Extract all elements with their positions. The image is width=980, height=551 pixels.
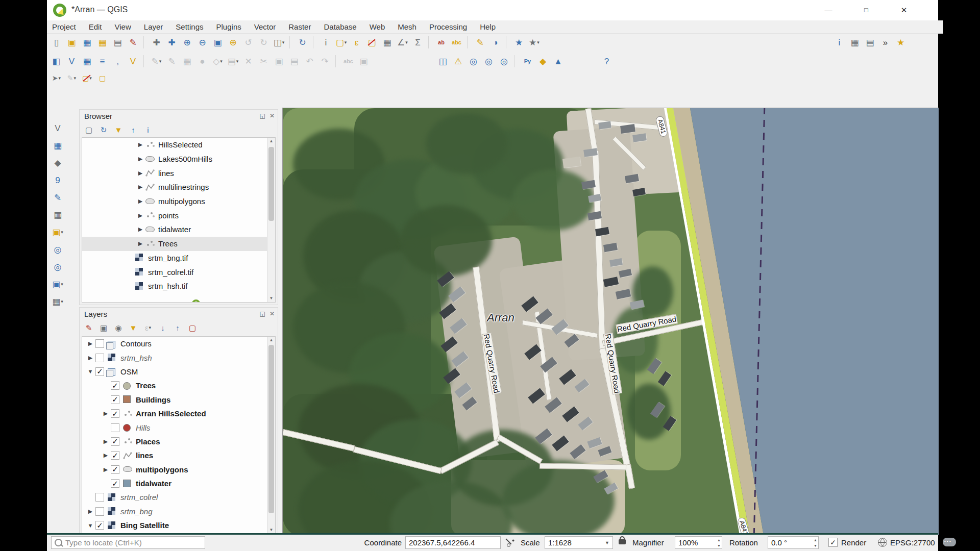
identify-features-icon[interactable]: i — [320, 36, 332, 49]
expand-arrow-icon[interactable]: ▶ — [101, 452, 111, 459]
collapse-all-icon[interactable]: ↑ — [128, 124, 139, 135]
layer-checkbox[interactable]: ✓ — [111, 437, 119, 446]
expand-arrow-icon[interactable]: ▼ — [85, 368, 95, 374]
menu-raster[interactable]: Raster — [288, 22, 311, 31]
browser-item-trees[interactable]: ▶Trees — [82, 237, 275, 251]
expand-arrow-icon[interactable]: ▶ — [101, 438, 111, 445]
scroll-up-icon[interactable]: ▲ — [267, 337, 275, 344]
lock-scale-icon[interactable] — [619, 539, 626, 544]
expand-arrow-icon[interactable]: ▶ — [85, 340, 95, 347]
render-checkbox[interactable]: ✓ — [828, 538, 838, 547]
zoom-to-selection-icon[interactable]: ⊕ — [227, 36, 239, 49]
browser-item-lines[interactable]: ▶lines — [82, 166, 275, 180]
browser-item-srtm-hsh-tif[interactable]: srtm_hsh.tif — [82, 279, 275, 293]
dropdown-arrow-icon[interactable]: ▾ — [59, 76, 61, 81]
cut-features-icon[interactable]: ✂ — [257, 55, 270, 68]
browser-float-icon[interactable]: ◱ — [260, 112, 265, 119]
highlight-features-icon[interactable]: ▢ — [96, 72, 109, 85]
dropdown-arrow-icon[interactable]: ▾ — [61, 230, 63, 235]
menu-web[interactable]: Web — [370, 22, 385, 31]
expand-arrow-icon[interactable]: ▶ — [135, 226, 145, 233]
layer-item-contours[interactable]: ▶Contours — [82, 337, 275, 350]
select-by-expression-icon[interactable]: ε — [350, 36, 363, 49]
scroll-thumb[interactable] — [268, 147, 274, 221]
delete-selected-icon[interactable]: ✕ — [242, 55, 255, 68]
toggle-editing-icon[interactable]: ✎ — [165, 55, 178, 68]
add-delimited-text-icon[interactable]: , — [111, 55, 124, 68]
label-abc-icon[interactable]: abc — [450, 36, 463, 49]
scale-input[interactable] — [548, 538, 605, 547]
expand-arrow-icon[interactable]: ▶ — [85, 508, 95, 515]
raster-calculator-icon[interactable]: ▦ — [848, 36, 861, 49]
pan-map-icon[interactable]: ✚ — [150, 36, 163, 49]
filter-by-expression-icon[interactable]: ε▾ — [142, 322, 154, 333]
layer-item-places[interactable]: ▶✓Places — [82, 435, 275, 448]
dropdown-arrow-icon[interactable]: ▾ — [74, 76, 77, 81]
messages-icon[interactable] — [943, 538, 956, 546]
expand-arrow-icon[interactable]: ▶ — [135, 141, 145, 148]
add-vector-layer-icon[interactable]: V — [65, 55, 78, 68]
layer-checkbox[interactable]: ✓ — [111, 409, 119, 418]
web-globe-icon[interactable]: ◎ — [482, 55, 495, 68]
close-button[interactable]: ✕ — [895, 3, 913, 18]
menu-plugins[interactable]: Plugins — [216, 22, 241, 31]
project-new-icon[interactable]: ▯ — [50, 36, 63, 49]
magnifier-down-icon[interactable]: ▼ — [717, 543, 721, 548]
coordinate-input[interactable] — [409, 538, 497, 547]
deselect-features-icon[interactable]: ▢ — [365, 36, 378, 49]
zoom-in-icon[interactable]: ⊕ — [181, 36, 193, 49]
dropdown-arrow-icon[interactable]: ▾ — [89, 76, 92, 81]
menu-vector[interactable]: Vector — [254, 22, 276, 31]
expand-arrow-icon[interactable]: ▶ — [135, 212, 145, 219]
manage-map-themes-icon[interactable]: ◉ — [113, 322, 124, 333]
crs-status[interactable]: EPSG:27700 — [890, 538, 935, 547]
scroll-thumb[interactable] — [268, 345, 274, 513]
layer-item-trees[interactable]: ✓Trees — [82, 379, 275, 392]
browser-item-points[interactable]: ▶points — [82, 208, 275, 222]
coordinate-box[interactable] — [405, 536, 501, 549]
layer-checkbox[interactable] — [111, 423, 119, 432]
menu-project[interactable]: Project — [52, 22, 76, 31]
expand-arrow-icon[interactable]: ▶ — [135, 156, 145, 162]
layer-checkbox[interactable] — [95, 493, 104, 502]
add-gps-layer-icon[interactable]: 9 — [51, 173, 64, 187]
layer-checkbox[interactable]: ✓ — [111, 479, 119, 488]
add-mesh-layer-icon[interactable]: ≡ — [96, 55, 109, 68]
dropdown-arrow-icon[interactable]: ▾ — [537, 40, 540, 45]
browser-item-multilinestrings[interactable]: ▶multilinestrings — [82, 180, 275, 194]
maximize-button[interactable]: □ — [857, 3, 875, 18]
layer-item-bing-satellite[interactable]: ▼✓Bing Satellite — [82, 518, 275, 532]
dropdown-arrow-icon[interactable]: ▾ — [149, 325, 152, 330]
scroll-down-icon[interactable]: ▼ — [267, 295, 275, 302]
expand-arrow-icon[interactable]: ▶ — [85, 355, 95, 361]
menu-edit[interactable]: Edit — [89, 22, 102, 31]
layer-checkbox[interactable]: ✓ — [111, 451, 119, 460]
layers-close-icon[interactable]: ✕ — [270, 310, 275, 317]
filter-browser-icon[interactable]: ▼ — [113, 124, 124, 135]
layer-checkbox[interactable]: ✓ — [95, 521, 104, 530]
filter-legend-icon[interactable]: ▼ — [128, 322, 139, 333]
python-console-icon[interactable]: Py — [521, 55, 534, 68]
expand-arrow-icon[interactable]: ▶ — [135, 198, 145, 205]
menu-layer[interactable]: Layer — [144, 22, 163, 31]
label-toolbar-icon[interactable]: ab — [435, 36, 448, 49]
pan-to-selection-icon[interactable]: ✚ — [165, 36, 178, 49]
magnifier-spinbox[interactable]: 100% ▲▼ — [675, 536, 722, 549]
menu-mesh[interactable]: Mesh — [398, 22, 416, 31]
menu-database[interactable]: Database — [324, 22, 356, 31]
new-geopackage-layer-icon[interactable]: ◆ — [51, 156, 64, 169]
measure-icon[interactable]: ∠▾ — [396, 36, 409, 49]
layer-item-srtm-bng[interactable]: ▶srtm_bng — [82, 505, 275, 518]
scale-dropdown-icon[interactable]: ▼ — [605, 540, 609, 545]
profile-tool-icon[interactable]: ▲ — [552, 55, 565, 68]
add-wfs-layer-icon[interactable]: ◎ — [51, 260, 64, 273]
layer-checkbox[interactable]: ✓ — [111, 381, 119, 390]
expand-arrow-icon[interactable]: ▶ — [101, 466, 111, 473]
dropdown-arrow-icon[interactable]: ▾ — [236, 59, 239, 64]
scale-combo[interactable]: ▼ — [545, 536, 613, 549]
rotation-up-icon[interactable]: ▲ — [814, 537, 817, 543]
new-annotation-layer-icon[interactable]: ✎ — [51, 191, 64, 204]
dropdown-arrow-icon[interactable]: ▾ — [61, 299, 63, 304]
browser-item-srtm-bng-tif[interactable]: srtm_bng.tif — [82, 251, 275, 265]
refresh-map-icon[interactable]: ↻ — [296, 36, 309, 49]
